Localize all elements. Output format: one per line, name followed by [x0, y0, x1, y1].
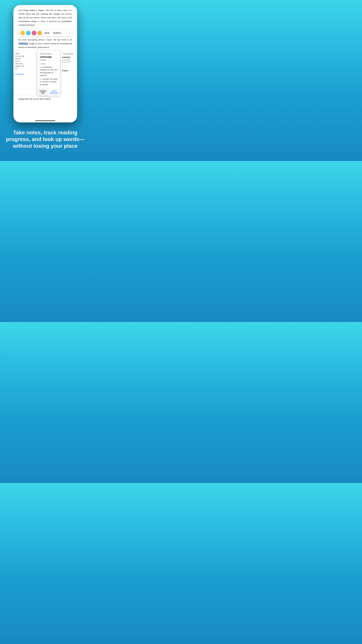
dictionary-word-row: orphanage /'ôrfenij/: [40, 55, 57, 62]
color-dot-orange[interactable]: [37, 31, 42, 36]
translate-word: orphelinat: [62, 56, 75, 58]
phone-screen: nary things began to happen. The first o…: [13, 5, 77, 122]
dictionary-footer: English (US) Go to dictionary: [37, 88, 60, 96]
dict-def-2: 2. <archaic> the state or condition of b…: [40, 78, 57, 86]
home-indicator: [35, 120, 55, 121]
phone-wrapper: nary things began to happen. The first o…: [0, 0, 90, 124]
wikipedia-text: entialion or groupcare ofho, fort be car…: [15, 52, 35, 70]
popup-row: entialion or groupcare ofho, fort be car…: [13, 50, 77, 96]
phone-device: nary things began to happen. The first o…: [13, 5, 77, 122]
color-dot-pink[interactable]: [32, 31, 36, 36]
highlighted-word[interactable]: orphanage,: [18, 42, 28, 45]
translate-title: Translate: [62, 52, 75, 55]
search-button[interactable]: SEARCH: [52, 31, 62, 35]
dictionary-title: Dictionary: [40, 52, 57, 55]
highlight-toolbar: NOTE SEARCH ›: [18, 30, 72, 36]
note-button[interactable]: NOTE: [43, 31, 51, 35]
dict-def-1: 1. a residential institution for the car…: [40, 66, 57, 77]
book-text-before-highlight: the most fascinating person I knew. He h…: [18, 38, 72, 41]
color-dot-yellow[interactable]: [20, 31, 25, 36]
dictionary-pos: I. noun: [37, 62, 60, 65]
dictionary-pronunciation: /'ôrfenij/: [40, 59, 46, 61]
book-text-top: nary things began to happen. The first o…: [13, 5, 77, 28]
color-dot-blue[interactable]: [26, 31, 31, 36]
book-text-top-content: nary things began to happen. The first o…: [18, 9, 72, 26]
dictionary-word: orphanage: [40, 56, 52, 58]
dictionary-goto-btn[interactable]: Go to dictionary: [49, 88, 60, 96]
wikipedia-panel: entialion or groupcare ofho, fort be car…: [13, 50, 37, 96]
tagline-section: Take notes, track reading progress, and …: [0, 124, 90, 156]
book-text-bottom: telling them like secrets that could be: [13, 96, 77, 103]
book-text-bottom-content: telling them like secrets that could be: [18, 98, 51, 100]
book-text-mid: the most fascinating person I knew. He h…: [13, 36, 77, 50]
tagline-text: Take notes, track reading progress, and …: [5, 129, 85, 149]
wikipedia-link[interactable]: to Wikipedia: [15, 73, 35, 75]
dictionary-header: Dictionary orphanage /'ôrfenij/: [37, 51, 60, 62]
translate-panel: Translate orphelinat Translationsmore, v…: [60, 50, 77, 96]
dictionary-english-btn[interactable]: English (US): [37, 88, 49, 96]
dictionary-definitions: 1. a residential institution for the car…: [37, 65, 60, 88]
translate-footer-label[interactable]: English: [62, 70, 75, 72]
dictionary-panel: Dictionary orphanage /'ôrfenij/ I. noun …: [37, 50, 60, 96]
translate-text: Translationsmore, visit w: [62, 59, 75, 63]
toolbar-arrow[interactable]: ›: [69, 32, 70, 34]
